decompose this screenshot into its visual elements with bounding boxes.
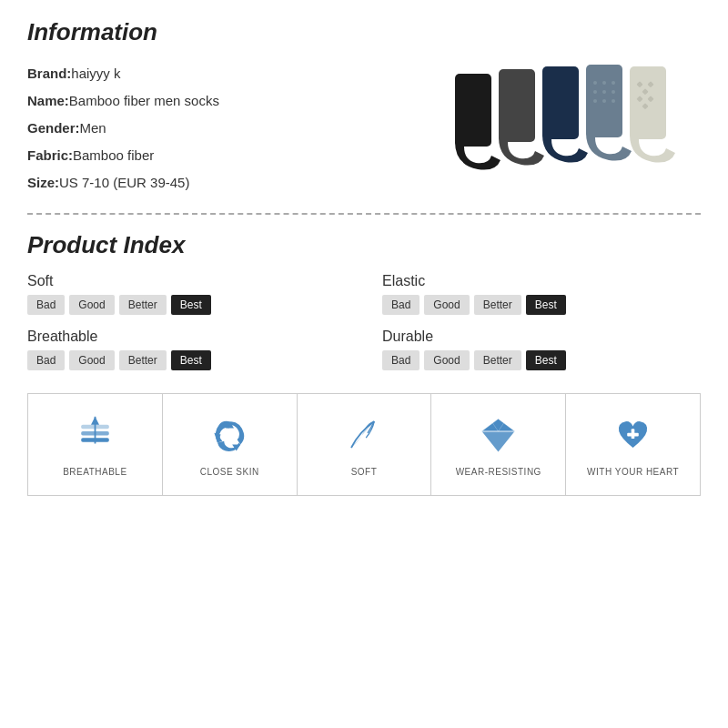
breathable-good[interactable]: Good <box>69 350 114 370</box>
durable-best[interactable]: Best <box>526 350 566 370</box>
heart-icon <box>611 412 656 458</box>
info-fabric: Fabric:Bamboo fiber <box>27 142 219 169</box>
index-elastic: Elastic Bad Good Better Best <box>382 273 701 315</box>
soft-feature-label: SOFT <box>351 467 378 477</box>
svg-point-10 <box>593 99 597 103</box>
feature-breathable: BREATHABLE <box>28 394 163 495</box>
breathable-bad[interactable]: Bad <box>27 350 65 370</box>
soft-label: Soft <box>27 273 346 289</box>
info-brand: Brand:haiyyy k <box>27 60 219 87</box>
features-section: BREATHABLE CLOSE SKIN <box>27 393 701 496</box>
close-skin-icon <box>207 412 252 458</box>
durable-good[interactable]: Good <box>424 350 469 370</box>
elastic-good[interactable]: Good <box>424 295 469 315</box>
feature-soft: SOFT <box>298 394 432 495</box>
index-durable: Durable Bad Good Better Best <box>382 329 701 370</box>
svg-point-9 <box>612 90 615 94</box>
durable-better[interactable]: Better <box>474 350 521 370</box>
wear-resisting-icon <box>476 412 521 458</box>
close-skin-feature-label: CLOSE SKIN <box>200 467 259 477</box>
svg-rect-33 <box>627 432 639 436</box>
svg-point-12 <box>612 99 615 103</box>
svg-marker-26 <box>482 419 515 431</box>
durable-bad[interactable]: Bad <box>382 350 420 370</box>
svg-point-8 <box>602 90 606 94</box>
info-content: Brand:haiyyy k Name:Bamboo fiber men soc… <box>27 60 701 197</box>
information-title: Information <box>27 18 701 46</box>
product-index-section: Product Index Soft Bad Good Better Best … <box>27 231 701 370</box>
elastic-rating: Bad Good Better Best <box>382 295 701 315</box>
product-index-title: Product Index <box>27 231 701 259</box>
elastic-label: Elastic <box>382 273 701 289</box>
breathable-best[interactable]: Best <box>171 350 211 370</box>
breathable-better[interactable]: Better <box>119 350 167 370</box>
info-fields: Brand:haiyyy k Name:Bamboo fiber men soc… <box>27 60 219 197</box>
socks-svg <box>450 60 696 178</box>
svg-rect-2 <box>542 66 579 139</box>
wear-resisting-feature-label: WEAR-RESISTING <box>456 467 541 477</box>
soft-icon <box>341 412 387 458</box>
feature-close-skin: CLOSE SKIN <box>163 394 298 495</box>
soft-better[interactable]: Better <box>119 295 167 315</box>
index-breathable: Breathable Bad Good Better Best <box>27 329 346 370</box>
breathable-label: Breathable <box>27 329 346 345</box>
socks-image <box>446 51 701 178</box>
soft-good[interactable]: Good <box>69 295 114 315</box>
feature-with-heart: WITH YOUR HEART <box>566 394 700 495</box>
soft-best[interactable]: Best <box>171 295 211 315</box>
durable-label: Durable <box>382 329 701 345</box>
breathable-icon <box>72 412 117 458</box>
svg-rect-0 <box>455 74 491 147</box>
svg-point-7 <box>593 90 597 94</box>
breathable-feature-label: BREATHABLE <box>63 467 126 477</box>
breathable-rating: Bad Good Better Best <box>27 350 346 370</box>
elastic-better[interactable]: Better <box>474 295 521 315</box>
svg-rect-13 <box>630 66 666 139</box>
info-name: Name:Bamboo fiber men socks <box>27 87 219 115</box>
soft-bad[interactable]: Bad <box>27 295 65 315</box>
information-section: Information Brand:haiyyy k Name:Bamboo f… <box>27 18 701 197</box>
svg-point-4 <box>593 81 597 85</box>
page: Information Brand:haiyyy k Name:Bamboo f… <box>0 0 728 728</box>
elastic-best[interactable]: Best <box>526 295 566 315</box>
info-gender: Gender:Men <box>27 115 219 142</box>
feature-wear-resisting: WEAR-RESISTING <box>431 394 566 495</box>
svg-point-6 <box>612 81 615 85</box>
with-heart-feature-label: WITH YOUR HEART <box>587 467 679 477</box>
info-size: Size:US 7-10 (EUR 39-45) <box>27 169 219 197</box>
durable-rating: Bad Good Better Best <box>382 350 701 370</box>
soft-rating: Bad Good Better Best <box>27 295 346 315</box>
index-soft: Soft Bad Good Better Best <box>27 273 346 315</box>
index-grid: Soft Bad Good Better Best Elastic Bad Go… <box>27 273 701 370</box>
svg-rect-1 <box>499 69 535 142</box>
elastic-bad[interactable]: Bad <box>382 295 420 315</box>
svg-point-5 <box>602 81 606 85</box>
section-divider <box>27 213 701 215</box>
svg-point-11 <box>602 99 606 103</box>
